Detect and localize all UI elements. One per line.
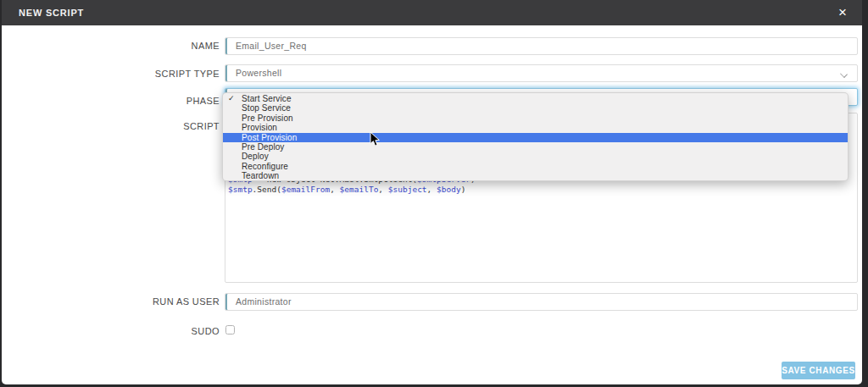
phase-option[interactable]: Pre Deploy — [223, 142, 848, 152]
phase-option[interactable]: Pre Provision — [223, 113, 848, 123]
phase-option[interactable]: Provision — [223, 123, 848, 132]
run-as-user-label: RUN AS USER — [2, 296, 220, 307]
phase-option-label: Post Provision — [242, 133, 297, 142]
phase-option-label: Teardown — [242, 171, 279, 180]
name-label: NAME — [2, 41, 220, 51]
script-label: SCRIPT — [2, 121, 220, 131]
phase-option-label: Pre Deploy — [242, 142, 284, 152]
phase-option[interactable]: Reconfigure — [223, 162, 848, 171]
script-type-select[interactable]: Powershell — [225, 64, 858, 82]
sudo-label: SUDO — [2, 326, 220, 336]
code-line: $smtp.Send($emailFrom, $emailTo, $subjec… — [228, 185, 476, 195]
phase-option[interactable]: Teardown — [223, 171, 848, 180]
modal-header: NEW SCRIPT × — [2, 0, 862, 25]
phase-option[interactable]: Deploy — [223, 152, 848, 161]
page-background: NEW SCRIPT × NAME Email_User_Req SCRIPT … — [0, 0, 868, 387]
phase-option[interactable]: Stop Service — [223, 103, 848, 113]
phase-option-label: Stop Service — [242, 103, 291, 113]
phase-option-label: Start Service — [242, 94, 292, 103]
chevron-down-icon — [840, 70, 848, 78]
modal-title: NEW SCRIPT — [19, 8, 84, 18]
phase-option-label: Reconfigure — [242, 162, 288, 171]
save-changes-button[interactable]: SAVE CHANGES — [782, 362, 855, 379]
name-input[interactable]: Email_User_Req — [225, 37, 858, 55]
mouse-cursor-icon — [370, 131, 381, 147]
close-icon[interactable]: × — [835, 3, 850, 22]
phase-option-label: Provision — [242, 123, 277, 132]
checkmark-icon: ✓ — [228, 94, 238, 103]
phase-dropdown-menu: ✓Start ServiceStop ServicePre ProvisionP… — [222, 92, 849, 181]
phase-option-label: Deploy — [242, 152, 269, 161]
phase-option-label: Pre Provision — [242, 113, 293, 123]
run-as-user-input[interactable]: Administrator — [225, 293, 858, 311]
sudo-checkbox[interactable] — [225, 325, 235, 334]
phase-option[interactable]: ✓Start Service — [223, 94, 848, 103]
phase-option[interactable]: Post Provision — [223, 133, 848, 142]
script-type-label: SCRIPT TYPE — [2, 69, 220, 79]
new-script-modal: NEW SCRIPT × NAME Email_User_Req SCRIPT … — [2, 0, 862, 384]
phase-label: PHASE — [2, 96, 220, 106]
script-type-value: Powershell — [236, 68, 281, 78]
